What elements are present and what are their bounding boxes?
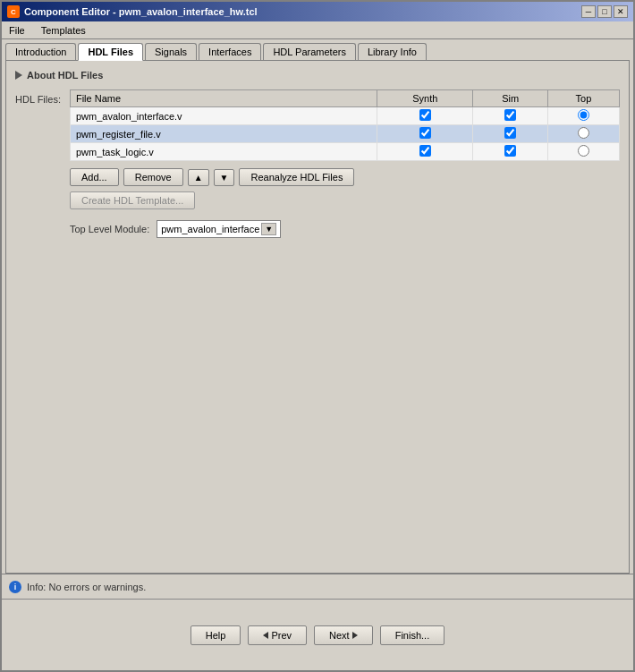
tab-hdl-files[interactable]: HDL Files [78,43,143,61]
app-icon-text: C [11,8,16,16]
minimize-button[interactable]: ─ [581,5,596,18]
top-level-label: Top Level Module: [70,224,149,234]
tab-interfaces[interactable]: Interfaces [199,43,261,60]
section-header: About HDL Files [15,70,620,81]
top-radio-input-2[interactable] [578,145,589,157]
window-title: Component Editor - pwm_avalon_interface_… [24,6,258,17]
top-level-row: Top Level Module: pwm_avalon_interface ▼ [70,220,620,238]
bottom-panel: Help Prev Next Finish... [2,599,633,670]
sim-check-2[interactable] [504,145,516,157]
synth-check-2[interactable] [419,145,431,157]
status-bar: i Info: No errors or warnings. [2,574,633,599]
file-name-cell: pwm_avalon_interface.v [70,107,377,125]
tab-library-info[interactable]: Library Info [358,43,427,60]
col-sim: Sim [473,90,547,107]
synth-checkbox-1[interactable] [377,125,473,143]
table-row[interactable]: pwm_task_logic.v [70,143,619,161]
main-window: C Component Editor - pwm_avalon_interfac… [0,0,635,672]
next-arrow-icon [352,632,358,639]
col-synth: Synth [377,90,473,107]
next-button[interactable]: Next [314,625,373,645]
menu-file[interactable]: File [5,24,29,37]
finish-button[interactable]: Finish... [380,625,445,645]
sim-checkbox-0[interactable] [473,107,547,125]
sim-checkbox-1[interactable] [473,125,547,143]
action-buttons: Add... Remove ▲ ▼ Reanalyze HDL Files [70,168,620,186]
template-row: Create HDL Template... [70,191,620,209]
add-button[interactable]: Add... [70,168,119,186]
top-level-dropdown[interactable]: pwm_avalon_interface ▼ [157,220,281,238]
sim-check-1[interactable] [504,127,516,139]
maximize-button[interactable]: □ [597,5,612,18]
hdl-files-content: HDL Files: File Name Synth Sim Top [15,89,620,238]
sim-checkbox-2[interactable] [473,143,547,161]
tab-introduction[interactable]: Introduction [5,43,76,60]
top-radio-input-0[interactable] [578,109,589,121]
file-table: File Name Synth Sim Top pwm_avalon_inter… [70,89,620,161]
file-name-cell: pwm_register_file.v [70,125,377,143]
synth-checkbox-2[interactable] [377,143,473,161]
nav-buttons: Help Prev Next Finish... [2,600,633,670]
move-up-button[interactable]: ▲ [188,169,209,186]
synth-check-0[interactable] [419,109,431,121]
tabs-row: Introduction HDL Files Signals Interface… [2,39,633,60]
top-radio-1[interactable] [547,125,619,143]
create-template-button[interactable]: Create HDL Template... [70,191,195,209]
col-filename: File Name [70,90,377,107]
table-row[interactable]: pwm_avalon_interface.v [70,107,619,125]
top-radio-input-1[interactable] [578,127,589,139]
col-top: Top [547,90,619,107]
dropdown-arrow-icon: ▼ [261,223,276,235]
top-radio-0[interactable] [547,107,619,125]
dropdown-value: pwm_avalon_interface [161,224,259,234]
status-message: Info: No errors or warnings. [27,582,146,592]
help-button[interactable]: Help [190,625,241,645]
remove-button[interactable]: Remove [123,168,183,186]
title-controls: ─ □ ✕ [581,5,628,18]
section-toggle[interactable] [15,71,22,80]
top-radio-2[interactable] [547,143,619,161]
synth-checkbox-0[interactable] [377,107,473,125]
synth-check-1[interactable] [419,127,431,139]
prev-button[interactable]: Prev [248,625,307,645]
file-name-cell: pwm_task_logic.v [70,143,377,161]
title-bar: C Component Editor - pwm_avalon_interfac… [2,2,633,21]
prev-arrow-icon [263,632,268,639]
content-area: About HDL Files HDL Files: File Name Syn… [5,60,630,574]
info-icon: i [9,581,21,593]
reanalyze-button[interactable]: Reanalyze HDL Files [239,168,354,186]
file-table-area: File Name Synth Sim Top pwm_avalon_inter… [70,89,620,238]
section-title: About HDL Files [27,70,103,81]
hdl-files-label: HDL Files: [15,89,61,105]
menu-bar: File Templates [2,21,633,39]
close-button[interactable]: ✕ [614,5,628,18]
move-down-button[interactable]: ▼ [214,169,235,186]
menu-templates[interactable]: Templates [38,24,89,37]
tab-signals[interactable]: Signals [145,43,197,60]
app-icon: C [7,5,20,18]
table-row[interactable]: pwm_register_file.v [70,125,619,143]
sim-check-0[interactable] [504,109,516,121]
tab-hdl-parameters[interactable]: HDL Parameters [263,43,356,60]
title-bar-left: C Component Editor - pwm_avalon_interfac… [7,5,258,18]
